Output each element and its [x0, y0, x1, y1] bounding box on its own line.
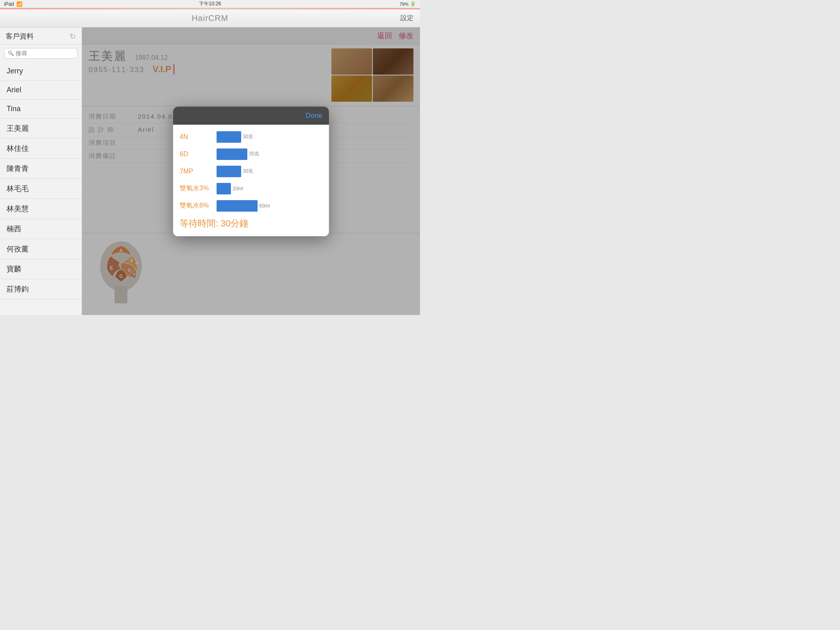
formula-name: 6D [180, 151, 212, 158]
search-bar[interactable]: 🔍 [4, 48, 78, 59]
client-item[interactable]: 寶麟 [0, 259, 82, 279]
sidebar: 客戶資料 ↻ 🔍 JerryArielTina王美麗林佳佳陳青青林毛毛林美慧楠西… [0, 27, 82, 315]
client-item[interactable]: 林毛毛 [0, 179, 82, 199]
client-item[interactable]: Jerry [0, 62, 82, 81]
formula-item: 雙氧水6% 60ml [180, 200, 322, 212]
client-item[interactable]: 林佳佳 [0, 139, 82, 159]
settings-button[interactable]: 設定 [400, 14, 413, 23]
client-item[interactable]: Tina [0, 100, 82, 119]
sidebar-header: 客戶資料 ↻ [0, 27, 82, 45]
status-left: iPad 📶 [4, 1, 23, 7]
done-button[interactable]: Done [306, 112, 322, 120]
client-item[interactable]: 陳青青 [0, 159, 82, 179]
status-time: 下午10:26 [199, 0, 221, 7]
formula-bar [217, 183, 231, 194]
formula-name: 雙氧水3% [180, 184, 212, 193]
formula-bar [217, 200, 258, 212]
formula-amount: 30克 [243, 168, 253, 175]
formula-name: 7MP [180, 168, 212, 175]
client-item[interactable]: 林美慧 [0, 199, 82, 219]
formula-item: 7MP 30克 [180, 166, 322, 177]
search-input[interactable] [16, 50, 74, 57]
formula-bar [217, 148, 247, 160]
client-item[interactable]: 王美麗 [0, 119, 82, 139]
wifi-icon: 📶 [16, 1, 23, 7]
sidebar-title: 客戶資料 [6, 32, 34, 41]
client-item[interactable]: 楠西 [0, 219, 82, 239]
formula-item: 雙氧水3% 20ml [180, 183, 322, 194]
main-content: 返回 修改 王美麗 1997.04.12 0955-111-333 V.I.P [82, 27, 420, 315]
device-label: iPad [4, 1, 14, 7]
formula-bar-container: 20ml [217, 183, 243, 194]
formula-bar [217, 166, 241, 177]
modal-body: 4N 30克 6D 35克 7MP 30克 雙氧水3% 20ml [173, 125, 329, 236]
formula-amount: 20ml [233, 186, 243, 192]
formula-bar [217, 131, 241, 143]
app-title: HairCRM [192, 14, 228, 23]
formula-item: 6D 35克 [180, 148, 322, 160]
wait-value: 30分鐘 [221, 218, 249, 228]
client-list: JerryArielTina王美麗林佳佳陳青青林毛毛林美慧楠西何孜薰寶麟莊博鈞 [0, 62, 82, 315]
status-right: 79% 🔋 [399, 1, 416, 7]
battery-label: 79% [399, 2, 409, 7]
formula-amount: 30克 [243, 133, 253, 140]
modal-overlay: Done 4N 30克 6D 35克 7MP 30克 雙氧水 [82, 27, 420, 315]
client-item[interactable]: 何孜薰 [0, 239, 82, 259]
formula-item: 4N 30克 [180, 131, 322, 143]
wait-label: 等待時間: [180, 218, 218, 228]
main-layout: 客戶資料 ↻ 🔍 JerryArielTina王美麗林佳佳陳青青林毛毛林美慧楠西… [0, 27, 420, 315]
status-bar: iPad 📶 下午10:26 79% 🔋 [0, 0, 420, 8]
formula-amount: 35克 [249, 151, 259, 158]
formula-modal: Done 4N 30克 6D 35克 7MP 30克 雙氧水 [173, 107, 329, 236]
search-icon: 🔍 [8, 50, 14, 56]
refresh-icon[interactable]: ↻ [70, 32, 76, 41]
formula-amount: 60ml [259, 203, 270, 209]
client-item[interactable]: Ariel [0, 81, 82, 100]
title-bar: HairCRM 設定 [0, 9, 420, 27]
wait-time: 等待時間: 30分鐘 [180, 217, 322, 230]
battery-icon: 🔋 [410, 1, 416, 7]
formula-bar-container: 35克 [217, 148, 259, 160]
formula-name: 雙氧水6% [180, 201, 212, 210]
modal-header: Done [173, 107, 329, 125]
formula-bar-container: 30克 [217, 131, 253, 143]
client-item[interactable]: 莊博鈞 [0, 279, 82, 299]
formula-bar-container: 30克 [217, 166, 253, 177]
formula-name: 4N [180, 133, 212, 141]
formula-bar-container: 60ml [217, 200, 270, 212]
